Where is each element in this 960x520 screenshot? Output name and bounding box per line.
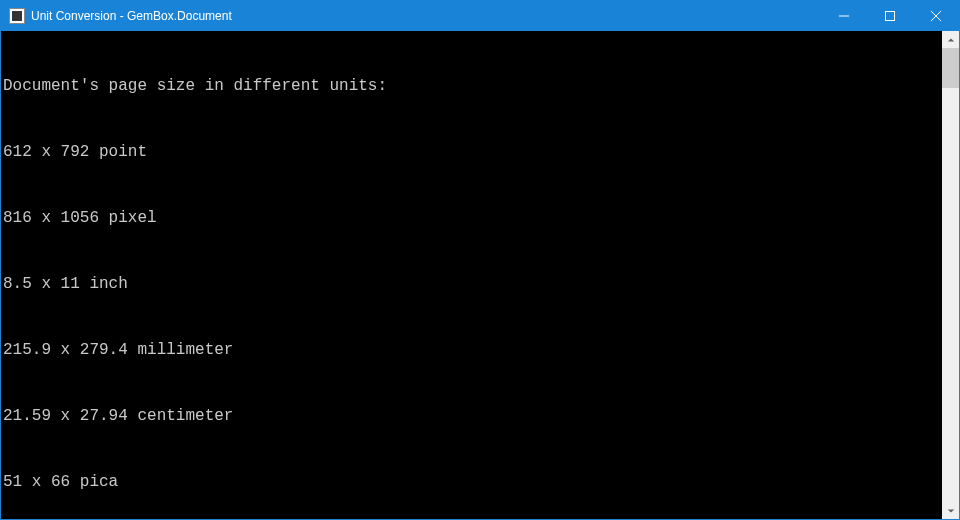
client-area: Document's page size in different units:… bbox=[1, 31, 959, 519]
scroll-up-button[interactable] bbox=[942, 31, 959, 48]
close-button[interactable] bbox=[913, 1, 959, 31]
close-icon bbox=[931, 11, 941, 21]
maximize-button[interactable] bbox=[867, 1, 913, 31]
console-heading: Document's page size in different units: bbox=[3, 75, 940, 97]
scroll-down-button[interactable] bbox=[942, 502, 959, 519]
console-output: Document's page size in different units:… bbox=[1, 31, 942, 519]
console-line: 612 x 792 point bbox=[3, 141, 940, 163]
minimize-button[interactable] bbox=[821, 1, 867, 31]
console-line: 215.9 x 279.4 millimeter bbox=[3, 339, 940, 361]
console-line: 8.5 x 11 inch bbox=[3, 273, 940, 295]
console-line: 21.59 x 27.94 centimeter bbox=[3, 405, 940, 427]
maximize-icon bbox=[885, 11, 895, 21]
chevron-down-icon bbox=[947, 507, 955, 515]
scrollbar-thumb[interactable] bbox=[942, 48, 959, 88]
console-line: 51 x 66 pica bbox=[3, 471, 940, 493]
vertical-scrollbar[interactable] bbox=[942, 31, 959, 519]
window-title: Unit Conversion - GemBox.Document bbox=[31, 9, 232, 23]
app-window: Unit Conversion - GemBox.Document Docume… bbox=[0, 0, 960, 520]
app-icon bbox=[9, 8, 25, 24]
svg-rect-1 bbox=[886, 12, 895, 21]
window-controls bbox=[821, 1, 959, 31]
titlebar[interactable]: Unit Conversion - GemBox.Document bbox=[1, 1, 959, 31]
minimize-icon bbox=[839, 11, 849, 21]
console-line: 816 x 1056 pixel bbox=[3, 207, 940, 229]
scrollbar-track[interactable] bbox=[942, 48, 959, 502]
chevron-up-icon bbox=[947, 36, 955, 44]
